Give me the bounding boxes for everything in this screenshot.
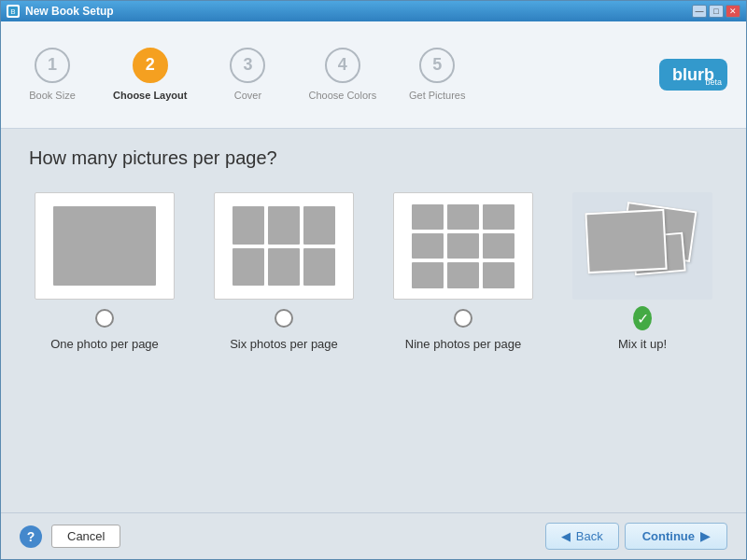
layout-options: One photo per page Six bbox=[29, 192, 718, 351]
check-icon: ✓ bbox=[633, 306, 652, 330]
close-button[interactable]: ✕ bbox=[726, 5, 740, 18]
photo-cell bbox=[268, 248, 300, 287]
nine-photo-grid bbox=[412, 204, 514, 288]
step-3-circle: 3 bbox=[230, 48, 265, 83]
layout-preview-nine bbox=[393, 192, 533, 300]
step-1[interactable]: 1 Book Size bbox=[20, 48, 85, 102]
photo-cell bbox=[268, 206, 300, 245]
step-4-label: Choose Colors bbox=[308, 89, 376, 102]
step-4[interactable]: 4 Choose Colors bbox=[308, 48, 376, 102]
footer-left: ? Cancel bbox=[20, 525, 120, 548]
photo-cell bbox=[412, 204, 444, 230]
step-3-label: Cover bbox=[234, 89, 261, 102]
layout-preview-mix bbox=[572, 192, 712, 300]
continue-arrow-icon: ▶ bbox=[700, 529, 710, 543]
radio-nine-container bbox=[454, 309, 472, 328]
step-4-circle: 4 bbox=[325, 48, 360, 83]
footer: ? Cancel ◀ Back Continue ▶ bbox=[1, 512, 746, 559]
step-1-circle: 1 bbox=[35, 48, 70, 83]
photo-cell bbox=[447, 204, 479, 230]
help-button[interactable]: ? bbox=[20, 525, 42, 548]
back-button[interactable]: ◀ Back bbox=[545, 523, 619, 550]
radio-six[interactable] bbox=[275, 309, 293, 328]
layout-option-six[interactable]: Six photos per page bbox=[208, 192, 359, 351]
step-3[interactable]: 3 Cover bbox=[215, 48, 280, 102]
step-1-label: Book Size bbox=[29, 89, 76, 102]
photo-cell bbox=[233, 206, 264, 245]
photo-cell bbox=[233, 248, 264, 287]
steps-container: 1 Book Size 2 Choose Layout 3 Cover 4 bbox=[20, 48, 470, 102]
cancel-button[interactable]: Cancel bbox=[51, 525, 120, 548]
layout-option-one[interactable]: One photo per page bbox=[29, 192, 180, 351]
radio-mix[interactable]: ✓ bbox=[633, 309, 652, 328]
six-photo-grid bbox=[233, 206, 335, 286]
app-window: B New Book Setup — □ ✕ 1 Book Size 2 Cho… bbox=[0, 0, 747, 560]
header: 1 Book Size 2 Choose Layout 3 Cover 4 bbox=[1, 21, 746, 129]
label-six: Six photos per page bbox=[230, 337, 338, 351]
maximize-button[interactable]: □ bbox=[709, 5, 724, 18]
step-2-label: Choose Layout bbox=[113, 89, 187, 102]
app-icon: B bbox=[7, 5, 20, 18]
photo-cell bbox=[447, 262, 479, 287]
main-content: How many pictures per page? One photo pe… bbox=[1, 129, 746, 512]
photo-cell bbox=[447, 233, 479, 259]
photo-cell bbox=[483, 262, 514, 287]
layout-preview-one bbox=[35, 192, 175, 300]
one-photo-thumbnail bbox=[53, 206, 156, 286]
mix-photo-collage bbox=[582, 197, 703, 295]
page-question: How many pictures per page? bbox=[29, 147, 718, 169]
photo-cell bbox=[412, 233, 444, 259]
label-one: One photo per page bbox=[50, 337, 159, 351]
layout-option-mix[interactable]: ✓ Mix it up! bbox=[567, 192, 718, 351]
photo-cell bbox=[412, 262, 444, 287]
minimize-button[interactable]: — bbox=[692, 5, 707, 18]
radio-mix-container: ✓ bbox=[633, 309, 652, 328]
back-arrow-icon: ◀ bbox=[561, 529, 571, 543]
radio-nine[interactable] bbox=[454, 309, 472, 328]
title-bar: B New Book Setup — □ ✕ bbox=[1, 1, 746, 21]
label-nine: Nine photos per page bbox=[405, 337, 521, 351]
layout-option-nine[interactable]: Nine photos per page bbox=[388, 192, 539, 351]
footer-right: ◀ Back Continue ▶ bbox=[545, 523, 727, 550]
window-controls: — □ ✕ bbox=[692, 5, 740, 18]
step-5-circle: 5 bbox=[419, 48, 455, 83]
step-5-label: Get Pictures bbox=[409, 89, 466, 102]
step-5[interactable]: 5 Get Pictures bbox=[404, 48, 470, 102]
radio-one[interactable] bbox=[95, 309, 114, 328]
photo-cell bbox=[303, 206, 335, 245]
window-title: New Book Setup bbox=[25, 5, 686, 18]
back-label: Back bbox=[576, 529, 603, 543]
continue-label: Continue bbox=[642, 529, 695, 543]
mix-photo-front bbox=[585, 209, 667, 273]
step-2-circle: 2 bbox=[133, 48, 168, 83]
layout-preview-six bbox=[214, 192, 354, 300]
continue-button[interactable]: Continue ▶ bbox=[625, 523, 727, 550]
label-mix: Mix it up! bbox=[618, 337, 667, 351]
radio-six-container bbox=[275, 309, 293, 328]
svg-text:B: B bbox=[10, 7, 15, 16]
step-2[interactable]: 2 Choose Layout bbox=[113, 48, 187, 102]
photo-cell bbox=[303, 248, 335, 287]
photo-cell bbox=[483, 204, 514, 230]
radio-one-container bbox=[95, 309, 114, 328]
blurb-logo: blurb beta bbox=[659, 59, 727, 91]
photo-cell bbox=[483, 233, 514, 259]
